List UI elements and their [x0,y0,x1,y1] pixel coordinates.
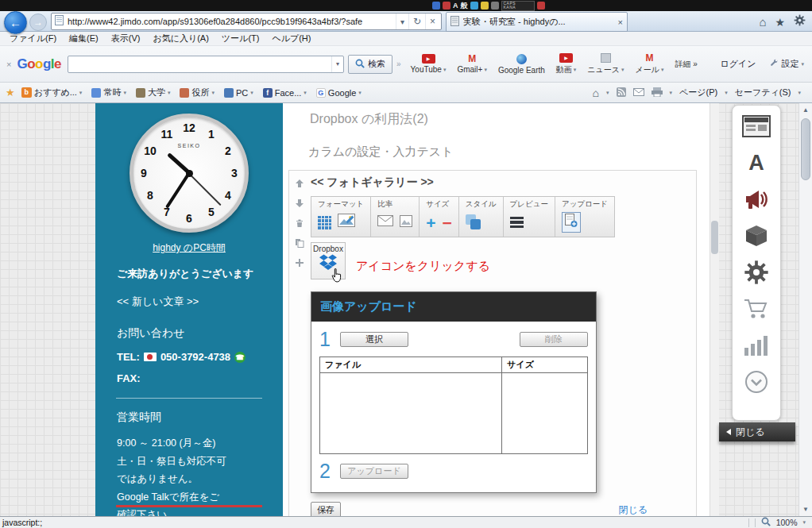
grid-layout-icon[interactable] [318,216,331,229]
address-bar[interactable]: http://www42.jimdo.com/app/s91306ef0a284… [51,13,442,30]
safety-menu[interactable]: セーフティ(S) [735,87,791,98]
mail-button[interactable]: M メール▾ [630,48,670,81]
favorites-star-icon[interactable]: ★ [775,16,785,29]
fav-item-facebook[interactable]: f Face... ▾ [258,83,311,102]
browser-tab[interactable]: 実験・研究室 - highdyの... × [446,12,628,32]
scrollbar-thumb[interactable] [801,118,810,180]
google-search-input[interactable] [68,56,331,72]
feed-icon[interactable] [617,87,626,98]
search-dropdown-icon[interactable]: ▾ [331,56,343,72]
ime-icon[interactable] [432,2,440,10]
browser-scrollbar[interactable]: ▲ ▼ [798,103,812,516]
upload-button[interactable]: アップロード [340,464,408,479]
ime-input-icon[interactable] [443,2,450,10]
ime-mode-alpha[interactable]: A [453,2,458,10]
copy-icon[interactable] [295,237,304,251]
dropbox-button[interactable]: Dropbox [311,242,346,279]
portrait-ratio-icon[interactable] [400,215,412,230]
chevron-down-icon[interactable]: ▾ [802,519,806,526]
ime-close-icon[interactable] [537,2,545,10]
collapse-circle-icon[interactable] [740,368,772,396]
refresh-icon[interactable]: ↻ [408,13,425,29]
more-button[interactable]: 詳細 » [670,48,703,81]
back-button[interactable]: ← [4,11,27,34]
box-icon[interactable] [740,222,772,250]
new-text-link[interactable]: << 新しい文章 >> [95,295,283,309]
print-icon[interactable] [652,87,663,98]
video-button[interactable]: ▶ 動画▾ [551,48,582,81]
style-icon[interactable] [466,214,481,230]
fav-item-joji[interactable]: 常時 ▾ [87,83,131,102]
mail-icon[interactable] [633,88,644,98]
content-scrollbar-thumb[interactable] [711,221,718,254]
megaphone-icon[interactable] [740,185,772,214]
chevron-down-icon[interactable]: ▾ [725,90,728,96]
statistics-icon[interactable] [740,331,772,360]
fav-item-daigaku[interactable]: 大学 ▾ [131,83,176,102]
chevron-down-icon[interactable]: ▾ [670,90,673,96]
login-button[interactable]: ログイン [720,58,756,70]
google-earth-button[interactable]: Google Earth [493,48,551,81]
delete-button[interactable]: 削除 [520,332,588,347]
menu-edit[interactable]: 編集(E) [63,32,105,45]
landscape-ratio-icon[interactable] [377,215,393,229]
forward-button[interactable]: → [29,13,47,31]
toolbar-close-icon[interactable]: × [6,60,11,69]
menu-view[interactable]: 表示(V) [105,32,147,45]
scroll-up-icon[interactable]: ▲ [799,103,812,117]
ime-toolbar[interactable]: A 般 CAPS KANA [432,1,545,10]
scroll-down-icon[interactable]: ▼ [799,503,812,516]
toolbar-overflow-icon[interactable]: » [396,60,401,68]
trash-icon[interactable] [295,217,304,231]
phone-icon[interactable]: ☎ [234,352,246,363]
chevron-down-icon[interactable]: ▾ [798,90,801,96]
page-menu[interactable]: ページ(P) [679,87,717,98]
fav-item-google[interactable]: G Google ▾ [311,83,366,102]
preview-icon[interactable] [510,217,524,229]
google-search-field[interactable]: ▾ [68,56,344,73]
zoom-level[interactable]: 100% [776,518,798,527]
select-button[interactable]: 選択 [340,332,408,347]
home-icon[interactable]: ⌂ [593,87,599,99]
menu-tools[interactable]: ツール(T) [215,32,266,45]
upload-file-icon[interactable] [562,212,581,233]
gmail-button[interactable]: M Gmail+▾ [451,48,492,81]
add-icon[interactable] [295,256,304,271]
size-increase-icon[interactable]: + [426,214,435,231]
move-down-icon[interactable] [295,197,304,211]
size-decrease-icon[interactable]: − [442,214,451,231]
address-input[interactable]: http://www42.jimdo.com/app/s91306ef0a284… [68,17,396,26]
address-dropdown-icon[interactable]: ▾ [396,13,408,29]
chevron-down-icon[interactable]: ▾ [606,90,609,96]
layout-icon[interactable] [740,112,772,141]
font-icon[interactable]: A [740,148,772,177]
gear-icon[interactable] [740,258,772,287]
ime-mode-han[interactable]: 般 [461,2,468,10]
close-link[interactable]: 閉じる [618,503,648,517]
ime-pad-icon[interactable] [481,2,489,10]
menu-help[interactable]: ヘルプ(H) [265,32,317,45]
menu-favorites[interactable]: お気に入り(A) [146,32,215,45]
fav-item-yakusho[interactable]: 役所 ▾ [175,83,219,102]
move-up-icon[interactable] [295,177,304,191]
fav-item-pc[interactable]: PC ▾ [219,83,258,102]
youtube-button[interactable]: ▶ YouTube▾ [405,48,452,81]
tab-close-icon[interactable]: × [618,17,623,27]
news-button[interactable]: ニュース▾ [582,48,629,81]
pc-time-link[interactable]: highdy のPC時間 [95,241,283,255]
settings-button[interactable]: 設定 ▾ [768,58,804,70]
image-edit-icon[interactable] [338,214,357,231]
stop-icon[interactable]: × [425,13,439,29]
jimdo-close-button[interactable]: 閉じる [719,422,795,441]
ime-option-icon[interactable] [491,2,499,10]
shopping-cart-icon[interactable] [740,295,772,323]
gear-icon[interactable] [794,14,806,29]
ime-tool-icon[interactable] [470,2,478,10]
content-scrollbar[interactable] [710,103,719,516]
fav-item-osusume[interactable]: b おすすめ... ▾ [17,83,87,102]
home-icon[interactable]: ⌂ [759,15,766,29]
google-search-button[interactable]: 検索 [348,55,392,74]
save-button[interactable]: 保存 [311,502,341,516]
add-favorite-icon[interactable]: ★ [6,87,15,98]
zoom-icon[interactable] [761,517,771,528]
